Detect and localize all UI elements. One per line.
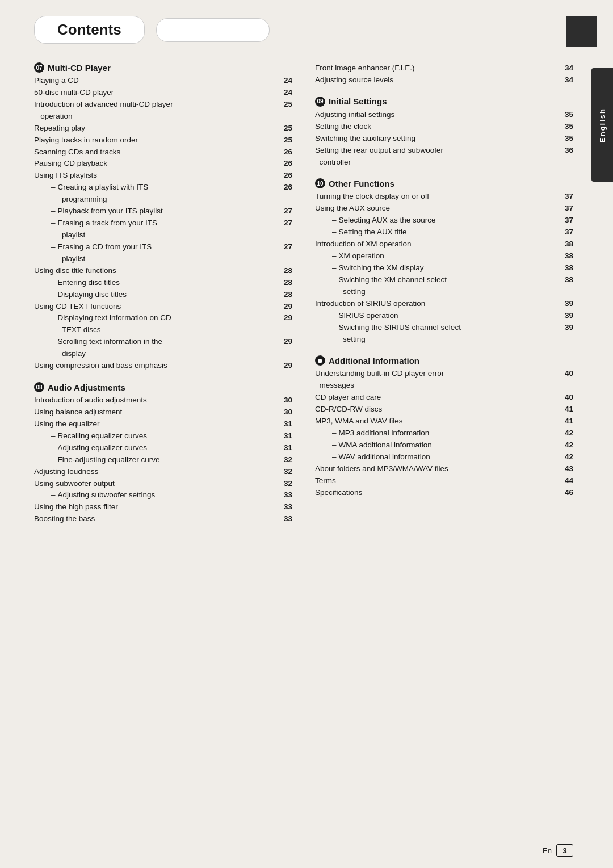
toc-text: Playback from your ITS playlist <box>58 206 282 217</box>
section-08: 08 Audio Adjustments Introduction of aud… <box>34 382 292 525</box>
toc-text: Using the equalizer <box>34 418 282 430</box>
toc-text: Adjusting equalizer curves <box>58 442 282 454</box>
toc-text: Introduction of audio adjustments <box>34 395 282 406</box>
section-09: 09 Initial Settings Adjusting initial se… <box>315 97 573 169</box>
toc-line: – WMA additional information 42 <box>315 439 573 451</box>
dash-icon: – <box>332 227 337 238</box>
toc-line: Introduction of advanced multi-CD player… <box>34 99 292 123</box>
toc-line: Boosting the bass 33 <box>34 513 292 525</box>
toc-line: – MP3 additional information 42 <box>315 427 573 439</box>
toc-line: Introduction of SIRIUS operation 39 <box>315 298 573 310</box>
toc-num: 25 <box>284 135 292 146</box>
dash-icon: – <box>51 336 56 348</box>
toc-text: Introduction of SIRIUS operation <box>315 298 562 310</box>
toc-line: Switching the auxiliary setting 35 <box>315 133 573 145</box>
section-10: 10 Other Functions Turning the clock dis… <box>315 178 573 345</box>
toc-line: – Erasing a track from your ITS playlist… <box>34 217 292 241</box>
toc-text: Pausing CD playback <box>34 158 282 170</box>
toc-text: Terms <box>315 475 562 487</box>
section-07-title: Multi-CD Player <box>48 63 111 73</box>
toc-line: About folders and MP3/WMA/WAV files 43 <box>315 463 573 475</box>
toc-line: – Creating a playlist with ITS programmi… <box>34 182 292 206</box>
toc-num: 31 <box>284 442 292 454</box>
toc-num: 25 <box>284 123 292 135</box>
left-column: 07 Multi-CD Player Playing a CD 24 50-di… <box>34 62 292 845</box>
toc-num: 30 <box>284 395 292 406</box>
toc-num: 37 <box>565 191 573 203</box>
dash-icon: – <box>51 241 56 253</box>
dash-icon: – <box>332 322 337 334</box>
toc-text: Using ITS playlists <box>34 170 282 182</box>
section-07-number: 07 <box>36 65 42 71</box>
section-additional-title: Additional Information <box>329 356 419 366</box>
toc-num: 35 <box>565 133 573 145</box>
toc-num: 29 <box>284 360 292 372</box>
toc-num: 26 <box>284 158 292 170</box>
dash-icon: – <box>332 250 337 262</box>
dash-icon: – <box>51 206 56 217</box>
main-content: 07 Multi-CD Player Playing a CD 24 50-di… <box>34 62 573 845</box>
toc-line: – Displaying text information on CD TEXT… <box>34 312 292 336</box>
toc-text: Entering disc titles <box>58 277 282 289</box>
toc-num: 24 <box>284 75 292 87</box>
toc-text: Playing tracks in random order <box>34 135 282 146</box>
dash-icon: – <box>51 312 56 324</box>
section-10-header: 10 Other Functions <box>315 178 573 188</box>
toc-text: Using CD TEXT functions <box>34 301 282 313</box>
toc-line: Adjusting source levels 34 <box>315 74 573 86</box>
dash-icon: – <box>51 454 56 466</box>
toc-line: Using the equalizer 31 <box>34 418 292 430</box>
toc-num: 33 <box>284 513 292 525</box>
toc-num: 34 <box>565 62 573 74</box>
toc-num: 38 <box>565 262 573 274</box>
toc-num: 28 <box>284 289 292 301</box>
dash-icon: – <box>332 439 337 451</box>
toc-num: 36 <box>565 145 573 157</box>
toc-line: – Scrolling text information in the disp… <box>34 336 292 360</box>
toc-text: WAV additional information <box>339 451 562 463</box>
toc-text: Displaying disc titles <box>58 289 282 301</box>
toc-line: – Adjusting equalizer curves 31 <box>34 442 292 454</box>
toc-text: Using the high pass filter <box>34 501 282 513</box>
toc-text: Setting the rear output and subwoofer co… <box>315 145 562 169</box>
toc-line: Setting the rear output and subwoofer co… <box>315 145 573 169</box>
toc-num: 43 <box>565 463 573 475</box>
toc-text: Fine-adjusting equalizer curve <box>58 454 282 466</box>
section-08-number: 08 <box>36 384 42 391</box>
toc-text: Introduction of XM operation <box>315 238 562 250</box>
toc-num: 29 <box>284 336 292 348</box>
toc-num: 27 <box>284 206 292 217</box>
toc-text: Setting the AUX title <box>339 227 562 238</box>
section-additional-header: ● Additional Information <box>315 355 573 366</box>
section-09-badge: 09 <box>315 97 325 107</box>
section-07: 07 Multi-CD Player Playing a CD 24 50-di… <box>34 62 292 372</box>
toc-num: 30 <box>284 406 292 418</box>
toc-text: WMA additional information <box>339 439 562 451</box>
dash-icon: – <box>51 277 56 289</box>
toc-line: 50-disc multi-CD player 24 <box>34 87 292 99</box>
toc-num: 38 <box>565 250 573 262</box>
toc-num: 31 <box>284 418 292 430</box>
toc-line: Front image enhancer (F.I.E.) 34 <box>315 62 573 74</box>
toc-line: Using compression and bass emphasis 29 <box>34 360 292 372</box>
dash-icon: – <box>332 274 337 286</box>
toc-line: – Selecting AUX as the source 37 <box>315 215 573 227</box>
toc-line: MP3, WMA and WAV files 41 <box>315 416 573 427</box>
footer-page-number: 3 <box>556 844 573 857</box>
toc-text: Swiching the XM channel select setting <box>339 274 562 298</box>
footer-en-label: En <box>543 846 552 855</box>
toc-num: 27 <box>284 217 292 229</box>
toc-line: – Switching the XM display 38 <box>315 262 573 274</box>
toc-line: – Displaying disc titles 28 <box>34 289 292 301</box>
page-title: Contents <box>57 21 121 39</box>
toc-num: 35 <box>565 109 573 121</box>
dash-icon: – <box>332 427 337 439</box>
toc-num: 40 <box>565 392 573 404</box>
toc-text: 50-disc multi-CD player <box>34 87 282 99</box>
toc-num: 42 <box>565 451 573 463</box>
toc-text: Introduction of advanced multi-CD player… <box>34 99 282 123</box>
toc-text: Adjusting source levels <box>315 74 562 86</box>
toc-line: Using disc title functions 28 <box>34 265 292 277</box>
dash-icon: – <box>332 262 337 274</box>
toc-line: – Erasing a CD from your ITS playlist 27 <box>34 241 292 265</box>
